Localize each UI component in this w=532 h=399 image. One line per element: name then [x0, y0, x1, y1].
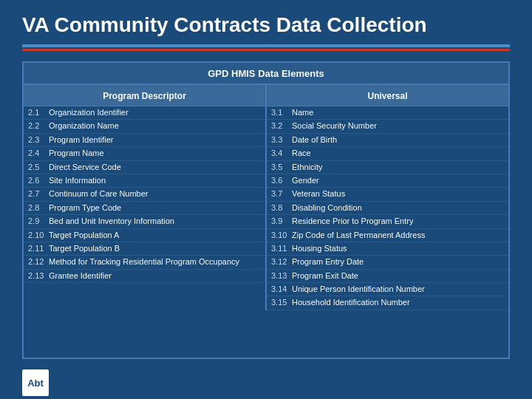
row-text: Unique Person Identification Number	[292, 284, 425, 295]
col-universal: Universal 3.1Name3.2Social Security Numb…	[267, 85, 508, 310]
table-row: 2.13Grantee Identifier	[24, 270, 265, 283]
table-row: 2.2Organization Name	[24, 120, 265, 133]
footer-bar: Abt	[0, 366, 532, 399]
divider-red	[22, 49, 510, 51]
row-num: 2.12	[28, 256, 49, 266]
table-row: 3.15Household Identification Number	[267, 296, 508, 310]
row-num: 2.2	[28, 120, 49, 130]
table-row: 2.12Method for Tracking Residential Prog…	[24, 256, 265, 269]
row-num: 3.5	[271, 162, 292, 171]
header: VA Community Contracts Data Collection	[0, 0, 532, 44]
divider-blue	[22, 44, 510, 47]
row-text: Program Type Code	[49, 202, 121, 214]
row-text: Target Population B	[49, 243, 120, 254]
row-text: Organization Identifier	[49, 107, 129, 118]
col-left-header-text: Program Descriptor	[103, 91, 186, 101]
row-text: Direct Service Code	[49, 162, 121, 173]
row-num: 2.10	[28, 230, 49, 239]
data-table: GPD HMIS Data Elements Program Descripto…	[22, 61, 510, 359]
table-row: 2.1Organization Identifier	[24, 106, 265, 120]
left-items-container: 2.1Organization Identifier2.2Organizatio…	[24, 106, 265, 283]
row-num: 3.4	[271, 148, 292, 157]
row-num: 3.3	[271, 134, 292, 144]
row-text: Veteran Status	[292, 188, 345, 200]
table-row: 3.7Veteran Status	[267, 188, 508, 201]
table-row: 3.9Residence Prior to Program Entry	[267, 215, 508, 228]
table-row: 2.7Continuum of Care Number	[24, 188, 265, 201]
col-right-header: Universal	[267, 85, 508, 106]
row-num: 3.14	[271, 284, 292, 293]
col-program-descriptor: Program Descriptor 2.1Organization Ident…	[24, 85, 267, 310]
logo-text: Abt	[27, 378, 44, 389]
table-row: 3.3Date of Birth	[267, 134, 508, 147]
row-num: 3.12	[271, 256, 292, 266]
page-container: VA Community Contracts Data Collection G…	[0, 0, 532, 399]
row-num: 3.10	[271, 230, 292, 239]
row-num: 3.15	[271, 297, 292, 307]
table-row: 3.13Program Exit Date	[267, 270, 508, 283]
row-num: 3.2	[271, 120, 292, 130]
row-num: 2.4	[28, 148, 49, 157]
row-text: Ethnicity	[292, 162, 323, 173]
table-row: 2.10Target Population A	[24, 229, 265, 242]
row-text: Program Name	[49, 148, 104, 159]
table-row: 3.6Gender	[267, 174, 508, 188]
table-row: 3.11Housing Status	[267, 242, 508, 256]
row-text: Bed and Unit Inventory Information	[49, 216, 174, 227]
row-num: 2.13	[28, 270, 49, 280]
row-num: 3.6	[271, 175, 292, 185]
table-row: 2.5Direct Service Code	[24, 161, 265, 174]
row-text: Program Entry Date	[292, 256, 364, 267]
table-row: 2.11Target Population B	[24, 242, 265, 256]
right-items-container: 3.1Name3.2Social Security Number3.3Date …	[267, 106, 508, 310]
table-row: 2.9Bed and Unit Inventory Information	[24, 215, 265, 228]
row-text: Continuum of Care Number	[49, 188, 149, 200]
col-right-header-text: Universal	[367, 91, 407, 101]
row-text: Name	[292, 107, 313, 118]
table-row: 3.5Ethnicity	[267, 161, 508, 174]
row-num: 2.9	[28, 216, 49, 225]
row-num: 2.8	[28, 202, 49, 212]
table-title-row: GPD HMIS Data Elements	[24, 63, 508, 85]
divider	[0, 44, 532, 51]
row-num: 3.11	[271, 243, 292, 253]
row-num: 2.3	[28, 134, 49, 144]
col-left-header: Program Descriptor	[24, 85, 265, 106]
row-text: Gender	[292, 175, 319, 186]
table-row: 3.12Program Entry Date	[267, 256, 508, 269]
table-row: 2.4Program Name	[24, 147, 265, 160]
row-text: Zip Code of Last Permanent Address	[292, 230, 425, 241]
table-row: 2.8Program Type Code	[24, 202, 265, 215]
row-text: Program Exit Date	[292, 270, 358, 282]
columns-container: Program Descriptor 2.1Organization Ident…	[24, 85, 508, 310]
table-row: 3.1Name	[267, 106, 508, 120]
page-title: VA Community Contracts Data Collection	[22, 13, 510, 37]
row-num: 2.1	[28, 107, 49, 117]
row-num: 3.7	[271, 188, 292, 198]
main-content: GPD HMIS Data Elements Program Descripto…	[0, 58, 532, 366]
row-text: Household Identification Number	[292, 297, 410, 308]
row-num: 2.6	[28, 175, 49, 185]
table-title: GPD HMIS Data Elements	[208, 68, 324, 79]
table-row: 3.10Zip Code of Last Permanent Address	[267, 229, 508, 242]
row-num: 3.1	[271, 107, 292, 117]
row-text: Method for Tracking Residential Program …	[49, 256, 239, 267]
row-text: Race	[292, 148, 311, 159]
row-num: 2.7	[28, 188, 49, 198]
row-text: Site Information	[49, 175, 106, 186]
row-num: 3.9	[271, 216, 292, 225]
row-num: 2.5	[28, 162, 49, 171]
row-text: Housing Status	[292, 243, 347, 254]
row-text: Disabling Condition	[292, 202, 362, 214]
row-text: Residence Prior to Program Entry	[292, 216, 413, 227]
row-text: Social Security Number	[292, 120, 377, 132]
row-text: Date of Birth	[292, 134, 337, 146]
row-text: Grantee Identifier	[49, 270, 112, 282]
row-text: Target Population A	[49, 230, 119, 241]
table-row: 3.2Social Security Number	[267, 120, 508, 133]
logo-box: Abt	[22, 369, 49, 396]
table-row: 3.8Disabling Condition	[267, 202, 508, 215]
row-text: Organization Name	[49, 120, 119, 132]
table-row: 3.4Race	[267, 147, 508, 160]
row-num: 2.11	[28, 243, 49, 253]
